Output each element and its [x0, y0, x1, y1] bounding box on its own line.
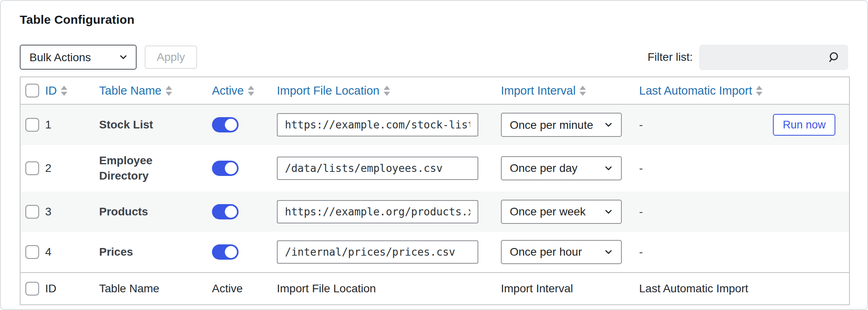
footer-label-id: ID: [39, 273, 96, 305]
row-table-name: Stock List: [96, 104, 209, 145]
sort-arrows-icon: [248, 86, 254, 96]
table-row: 3 Products Once per week -: [20, 192, 849, 232]
footer-label-import-interval: Import Interval: [499, 273, 636, 305]
import-interval-select[interactable]: Once per week: [501, 200, 622, 224]
footer-label-last-automatic-import: Last Automatic Import: [636, 273, 849, 305]
sort-header-last-automatic-import[interactable]: Last Automatic Import: [639, 84, 762, 97]
sort-arrows-icon: [756, 86, 762, 96]
import-file-location-input[interactable]: [277, 240, 478, 264]
sort-header-import-interval[interactable]: Import Interval: [501, 84, 586, 97]
filter-list-input[interactable]: [699, 45, 848, 70]
tables-list: ID Table Name Active Import File Locatio…: [20, 76, 850, 305]
filter-group: Filter list:: [648, 45, 848, 70]
active-toggle[interactable]: [212, 117, 239, 132]
header-label-id: ID: [45, 84, 57, 97]
row-checkbox[interactable]: [25, 161, 39, 175]
toggle-knob: [225, 162, 237, 174]
row-table-name: Employee Directory: [96, 145, 209, 192]
import-interval-select-wrap: Once per minute: [501, 113, 622, 137]
row-table-name: Prices: [96, 232, 209, 273]
filter-search-box: [699, 45, 848, 70]
sort-arrows-icon: [384, 86, 390, 96]
row-id: 3: [39, 192, 96, 232]
active-toggle[interactable]: [212, 204, 239, 219]
footer-label-table-name: Table Name: [96, 273, 209, 305]
header-label-last-automatic-import: Last Automatic Import: [639, 84, 752, 97]
sort-header-active[interactable]: Active: [212, 84, 254, 97]
table-configuration-page: Table Configuration Bulk Actions Apply F…: [0, 0, 868, 310]
sort-header-table-name[interactable]: Table Name: [99, 84, 172, 97]
footer-label-import-file-location: Import File Location: [275, 273, 499, 305]
toolbar: Bulk Actions Apply Filter list:: [20, 44, 848, 70]
import-interval-select[interactable]: Once per hour: [501, 240, 622, 264]
footer-row: ID Table Name Active Import File Locatio…: [20, 273, 849, 305]
row-id: 2: [39, 145, 96, 192]
sort-header-import-file-location[interactable]: Import File Location: [277, 84, 390, 97]
header-label-import-file-location: Import File Location: [277, 84, 380, 97]
table-footer: ID Table Name Active Import File Locatio…: [20, 273, 849, 305]
last-import-value: -: [639, 246, 643, 258]
last-import-value: -: [639, 205, 643, 218]
table-body: 1 Stock List Once per minute - Run now 2: [20, 104, 849, 273]
sort-arrows-icon: [166, 86, 172, 96]
table-row: 2 Employee Directory Once per day -: [20, 145, 849, 192]
bulk-actions-group: Bulk Actions Apply: [20, 45, 197, 70]
table-row: 1 Stock List Once per minute - Run now: [20, 104, 849, 145]
active-toggle[interactable]: [212, 161, 239, 176]
header-label-import-interval: Import Interval: [501, 84, 575, 97]
run-now-button[interactable]: Run now: [773, 114, 835, 136]
import-file-location-input[interactable]: [277, 200, 478, 223]
select-all-checkbox[interactable]: [25, 84, 39, 97]
import-interval-select-wrap: Once per day: [501, 156, 622, 180]
filter-list-label: Filter list:: [648, 51, 693, 64]
bulk-actions-select[interactable]: Bulk Actions: [20, 45, 137, 70]
row-checkbox[interactable]: [25, 245, 39, 259]
import-interval-select[interactable]: Once per minute: [501, 113, 622, 137]
select-all-checkbox-footer[interactable]: [25, 282, 39, 296]
import-interval-select-wrap: Once per week: [501, 200, 622, 224]
import-file-location-input[interactable]: [277, 157, 478, 180]
sort-arrows-icon: [61, 86, 67, 96]
row-table-name: Products: [96, 192, 209, 232]
header-row: ID Table Name Active Import File Locatio…: [20, 77, 849, 104]
row-id: 4: [39, 232, 96, 273]
import-interval-select[interactable]: Once per day: [501, 156, 622, 180]
page-title: Table Configuration: [20, 13, 848, 27]
last-import-value: -: [639, 118, 643, 131]
toggle-knob: [225, 119, 237, 131]
apply-button[interactable]: Apply: [145, 45, 197, 69]
bulk-actions-select-wrap: Bulk Actions: [20, 45, 137, 70]
active-toggle[interactable]: [212, 244, 239, 260]
header-label-table-name: Table Name: [99, 84, 162, 97]
toggle-knob: [225, 246, 237, 258]
table-row: 4 Prices Once per hour -: [20, 232, 849, 273]
header-label-active: Active: [212, 84, 244, 97]
row-id: 1: [39, 104, 96, 145]
row-checkbox[interactable]: [25, 118, 39, 132]
import-interval-select-wrap: Once per hour: [501, 240, 622, 264]
import-file-location-input[interactable]: [277, 113, 478, 136]
search-icon: [827, 50, 841, 64]
sort-header-id[interactable]: ID: [45, 84, 67, 97]
last-import-value: -: [639, 162, 643, 175]
footer-label-active: Active: [209, 273, 275, 305]
toggle-knob: [225, 206, 237, 218]
sort-arrows-icon: [579, 86, 586, 96]
row-checkbox[interactable]: [25, 205, 39, 219]
table-header: ID Table Name Active Import File Locatio…: [20, 77, 849, 104]
